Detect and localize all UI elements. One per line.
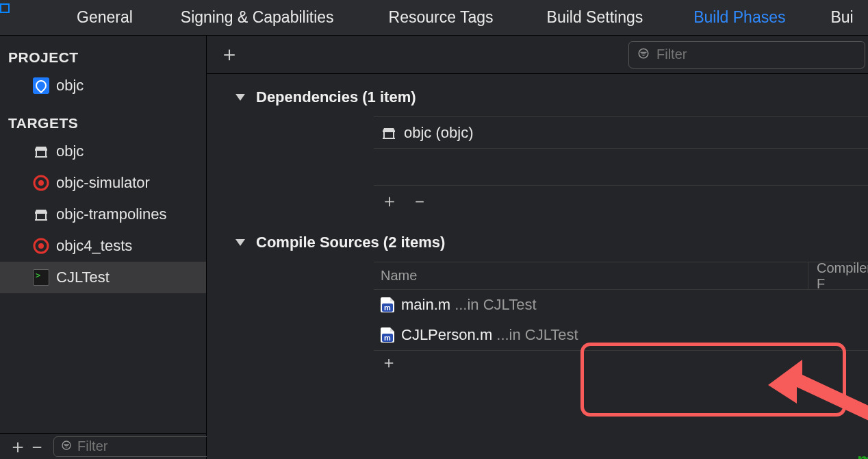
targets-section-header: TARGETS — [0, 101, 206, 136]
target-item-objc[interactable]: objc — [0, 136, 206, 167]
phase-compile-sources-body: Name Compiler F main.m ...in CJLTest CJL… — [374, 262, 868, 374]
table-row[interactable]: main.m ...in CJLTest — [374, 290, 868, 320]
svg-point-3 — [38, 243, 44, 249]
target-item-objc4-tests[interactable]: objc4_tests — [0, 230, 206, 262]
dependency-empty-row — [374, 148, 868, 185]
filter-icon — [61, 440, 72, 454]
phase-dependencies-body: objc (objc) ＋ － — [374, 116, 868, 216]
tab-general[interactable]: General — [56, 8, 153, 27]
target-icon — [33, 175, 49, 191]
phase-filter-input[interactable] — [656, 47, 856, 62]
filter-icon — [637, 47, 650, 62]
target-tabbar: General Signing & Capabilities Resource … — [0, 0, 868, 36]
svg-rect-9 — [641, 51, 647, 52]
add-phase-button[interactable]: ＋ — [219, 40, 240, 69]
svg-rect-7 — [66, 447, 68, 447]
svg-point-1 — [38, 180, 44, 186]
objc-m-file-icon — [381, 327, 394, 343]
file-name: main.m — [401, 296, 450, 314]
project-item-label: objc — [56, 77, 84, 95]
file-name: CJLPerson.m — [401, 326, 492, 344]
compile-sources-table: Name Compiler F main.m ...in CJLTest CJL… — [374, 262, 868, 351]
add-source-button[interactable]: ＋ — [381, 351, 397, 373]
target-item-label: CJLTest — [56, 269, 110, 286]
target-item-label: objc-simulator — [56, 174, 150, 192]
column-compiler-header[interactable]: Compiler F — [808, 262, 868, 289]
column-name-header[interactable]: Name — [374, 268, 808, 284]
file-location-hint: ...in CJLTest — [455, 296, 536, 314]
dependency-row[interactable]: objc (objc) — [374, 116, 868, 148]
framework-icon — [33, 143, 49, 160]
framework-icon — [381, 125, 397, 141]
disclosure-triangle-icon — [235, 94, 245, 101]
add-target-button[interactable]: ＋ — [8, 434, 27, 460]
target-icon — [33, 238, 49, 254]
target-item-cjltest[interactable]: CJLTest — [0, 262, 206, 293]
phase-title: Dependencies (1 item) — [256, 88, 416, 106]
remove-target-button[interactable]: － — [27, 434, 47, 460]
remove-dependency-button[interactable]: － — [411, 189, 429, 213]
objc-m-file-icon — [381, 297, 394, 312]
disclosure-triangle-icon — [235, 239, 245, 246]
build-phases-editor: ＋ Dependencies (1 item) objc (objc) — [207, 36, 868, 459]
tab-build-phases[interactable]: Build Phases — [669, 8, 810, 27]
tab-resource-tags[interactable]: Resource Tags — [361, 8, 521, 27]
phase-compile-sources-header[interactable]: Compile Sources (2 items) — [233, 223, 868, 262]
add-dependency-button[interactable]: ＋ — [381, 189, 398, 213]
svg-rect-11 — [643, 55, 645, 55]
table-header-row: Name Compiler F — [374, 262, 868, 290]
svg-rect-10 — [641, 53, 646, 54]
framework-icon — [33, 206, 49, 223]
target-item-objc-simulator[interactable]: objc-simulator — [0, 167, 206, 199]
tab-signing-capabilities[interactable]: Signing & Capabilities — [153, 8, 361, 27]
phases-toolbar: ＋ — [207, 36, 868, 74]
window-corner-indicator — [0, 3, 10, 13]
svg-rect-6 — [64, 445, 68, 446]
project-item-objc[interactable]: objc — [0, 70, 206, 101]
compile-sources-controls: ＋ — [374, 351, 868, 374]
dependency-label: objc (objc) — [404, 124, 473, 142]
sidebar-footer: ＋ － — [0, 433, 206, 459]
target-item-label: objc — [56, 142, 84, 160]
phase-filter-field[interactable] — [628, 41, 865, 69]
appstore-icon — [33, 77, 49, 94]
dependency-controls: ＋ － — [374, 185, 868, 216]
target-item-label: objc4_tests — [56, 237, 132, 255]
phase-title: Compile Sources (2 items) — [256, 234, 445, 251]
phase-dependencies-header[interactable]: Dependencies (1 item) — [233, 78, 868, 116]
annotation-text: main 需要在第一位 — [857, 449, 868, 459]
project-navigator-sidebar: PROJECT objc TARGETS objc objc-simulator… — [0, 36, 207, 459]
project-section-header: PROJECT — [0, 36, 206, 70]
target-item-label: objc-trampolines — [56, 206, 166, 223]
file-location-hint: ...in CJLTest — [496, 326, 578, 344]
table-row[interactable]: CJLPerson.m ...in CJLTest — [374, 320, 868, 350]
tab-build-settings[interactable]: Build Settings — [521, 8, 669, 27]
terminal-icon — [33, 269, 49, 286]
tab-build-rules-cut[interactable]: Bui — [810, 8, 853, 27]
svg-rect-5 — [64, 444, 69, 445]
target-item-objc-trampolines[interactable]: objc-trampolines — [0, 199, 206, 230]
